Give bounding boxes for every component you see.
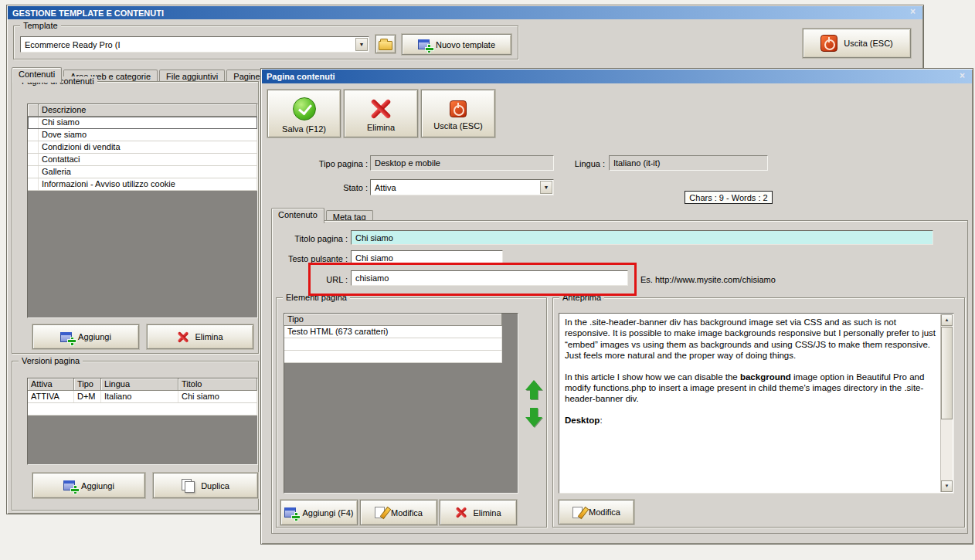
col-descrizione: Descrizione bbox=[39, 104, 257, 117]
chars-words-counter: Chars : 9 - Words : 2 bbox=[685, 191, 773, 204]
row-selector bbox=[28, 166, 39, 178]
stato-combo[interactable]: Attiva ▼ bbox=[370, 179, 554, 195]
tab-contenuto[interactable]: Contenuto bbox=[271, 208, 324, 223]
anteprima-paragraph-3: Desktop: bbox=[565, 415, 936, 426]
uscita-toolbar-label: Uscita (ESC) bbox=[433, 121, 483, 131]
row-selector bbox=[28, 117, 39, 128]
row-label: Contattaci bbox=[39, 154, 257, 165]
scroll-thumb[interactable] bbox=[941, 327, 953, 419]
pagine-row-chi-siamo[interactable]: Chi siamo bbox=[28, 117, 257, 129]
pagine-row-galleria[interactable]: Galleria bbox=[28, 166, 257, 178]
elementi-pagina-groupbox: Elementi pagina Tipo Testo HTML (673 car… bbox=[276, 297, 547, 528]
duplica-button[interactable]: Duplica bbox=[153, 473, 258, 498]
pagine-row-cookie[interactable]: Informazioni - Avviso utilizzo cookie bbox=[28, 178, 257, 191]
versioni-row[interactable]: ATTIVA D+M Italiano Chi siamo bbox=[28, 391, 257, 403]
close-button[interactable]: × bbox=[907, 6, 919, 18]
check-circle-icon bbox=[293, 97, 316, 120]
uscita-esc-button[interactable]: Uscita (ESC) bbox=[803, 29, 911, 58]
modifica-anteprima-label: Modifica bbox=[589, 507, 620, 517]
tipo-pagina-value: Desktop e mobile bbox=[375, 158, 440, 168]
versioni-grid-header: Attiva Tipo Lingua Titolo bbox=[28, 378, 257, 391]
template-combo-value: Ecommerce Ready Pro (I bbox=[25, 40, 120, 49]
url-value: chisiamo bbox=[355, 273, 389, 283]
dialog-title: Pagina contenuti bbox=[267, 72, 335, 81]
url-input[interactable]: chisiamo bbox=[351, 270, 628, 286]
aggiungi-label: Aggiungi bbox=[78, 332, 111, 341]
modifica-label: Modifica bbox=[391, 508, 423, 518]
empty-cell bbox=[284, 338, 502, 350]
modifica-elemento-button[interactable]: Modifica bbox=[360, 500, 437, 525]
tab-file-label: File aggiuntivi bbox=[166, 72, 218, 81]
lingua-field: Italiano (it-it) bbox=[609, 155, 768, 171]
close-icon: × bbox=[960, 70, 965, 81]
row-selector-header bbox=[28, 104, 39, 117]
template-combo-dropdown-button[interactable]: ▼ bbox=[355, 38, 368, 51]
row-label: Condizioni di vendita bbox=[39, 141, 257, 153]
stato-value: Attiva bbox=[375, 183, 396, 192]
pagine-row-condizioni[interactable]: Condizioni di vendita bbox=[28, 141, 257, 154]
tab-contenuti-label: Contenuti bbox=[19, 70, 55, 79]
versioni-empty-row bbox=[28, 403, 257, 416]
template-group-label: Template bbox=[20, 21, 61, 30]
template-combo[interactable]: Ecommerce Ready Pro (I ▼ bbox=[20, 36, 369, 53]
col-lingua: Lingua bbox=[101, 378, 178, 391]
elimina-toolbar-button[interactable]: Elimina bbox=[344, 90, 418, 137]
url-hint: Es. http://www.mysite.com/chisiamo bbox=[640, 274, 841, 285]
empty-cell bbox=[284, 351, 502, 362]
window-plus-icon bbox=[418, 39, 430, 49]
col-titolo: Titolo bbox=[178, 378, 257, 391]
aggiungi-versione-label: Aggiungi bbox=[81, 481, 114, 490]
testo-pulsante-value: Chi siamo bbox=[355, 253, 393, 263]
tab-contenuti[interactable]: Contenuti bbox=[12, 67, 62, 83]
cell-lingua: Italiano bbox=[101, 391, 178, 402]
pagine-grid: Descrizione Chi siamo Dove siamo Condizi… bbox=[27, 104, 258, 318]
dialog-close-button[interactable]: × bbox=[956, 70, 968, 82]
open-template-button[interactable] bbox=[375, 35, 396, 53]
pagina-contenuti-dialog: Pagina contenuti × Salva (F12) Elimina U… bbox=[260, 68, 973, 545]
testo-pulsante-label: Testo pulsante : bbox=[275, 253, 348, 264]
move-down-arrow-icon[interactable] bbox=[525, 407, 543, 427]
aggiungi-elemento-button[interactable]: Aggiungi (F4) bbox=[280, 500, 358, 525]
salva-button[interactable]: Salva (F12) bbox=[267, 90, 341, 137]
elementi-empty-row bbox=[284, 351, 502, 363]
cell-titolo: Chi siamo bbox=[178, 391, 257, 402]
row-label: Testo HTML (673 caratteri) bbox=[284, 326, 502, 338]
elimina-pagina-button[interactable]: Elimina bbox=[147, 324, 253, 349]
folder-icon bbox=[379, 41, 392, 50]
stato-dropdown-button[interactable]: ▼ bbox=[540, 181, 552, 194]
scroll-down-icon[interactable]: ▼ bbox=[941, 480, 953, 492]
edit-page-icon bbox=[375, 507, 385, 518]
col-tipo: Tipo bbox=[284, 314, 502, 326]
anteprima-paragraph-1: In the .site-header-banner div has backg… bbox=[565, 317, 936, 361]
testo-pulsante-input[interactable]: Chi siamo bbox=[351, 250, 503, 265]
titolo-pagina-input[interactable]: Chi siamo bbox=[351, 230, 933, 245]
cell-tipo: D+M bbox=[74, 391, 101, 402]
elimina-elemento-button[interactable]: Elimina bbox=[440, 500, 517, 525]
uscita-toolbar-button[interactable]: Uscita (ESC) bbox=[421, 90, 495, 137]
url-label: URL : bbox=[275, 274, 348, 285]
pagine-row-contattaci[interactable]: Contattaci bbox=[28, 154, 257, 166]
gestione-titlebar: GESTIONE TEMPLATE E CONTENUTI bbox=[8, 6, 922, 19]
modifica-anteprima-button[interactable]: Modifica bbox=[559, 500, 634, 524]
pagine-row-dove-siamo[interactable]: Dove siamo bbox=[28, 129, 257, 141]
aggiungi-versione-button[interactable]: Aggiungi bbox=[32, 473, 145, 498]
row-selector bbox=[28, 154, 39, 165]
row-label: Informazioni - Avviso utilizzo cookie bbox=[39, 178, 257, 190]
scroll-up-icon[interactable]: ▲ bbox=[941, 314, 953, 326]
power-icon bbox=[820, 35, 837, 52]
elementi-row-testo-html[interactable]: Testo HTML (673 caratteri) bbox=[284, 326, 502, 338]
nuovo-template-button[interactable]: Nuovo template bbox=[402, 34, 511, 55]
aggiungi-pagina-button[interactable]: Aggiungi bbox=[32, 324, 139, 349]
elimina-label: Elimina bbox=[195, 332, 223, 341]
elimina-toolbar-label: Elimina bbox=[367, 123, 395, 132]
tipo-pagina-label: Tipo pagina : bbox=[277, 158, 368, 169]
move-up-arrow-icon[interactable] bbox=[525, 380, 543, 400]
anteprima-scrollbar[interactable]: ▲ ▼ bbox=[940, 314, 953, 492]
row-label: Galleria bbox=[39, 166, 257, 178]
col-tipo: Tipo bbox=[74, 378, 101, 391]
pagine-contenuti-groupbox: Pagine di contenuti Descrizione Chi siam… bbox=[12, 81, 259, 354]
chevron-down-icon: ▼ bbox=[359, 42, 365, 47]
template-groupbox: Template Ecommerce Ready Pro (I ▼ Nuovo … bbox=[13, 25, 518, 59]
delete-x-icon bbox=[455, 507, 467, 518]
uscita-esc-label: Uscita (ESC) bbox=[844, 39, 893, 48]
